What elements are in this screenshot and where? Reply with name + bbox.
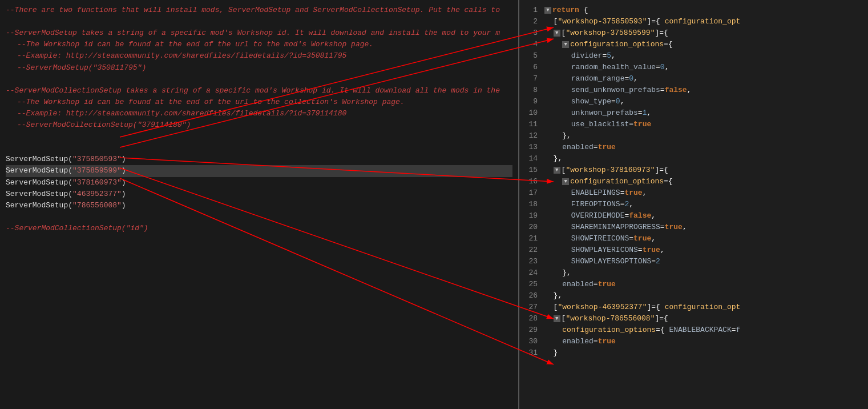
line-num-11: 11 bbox=[519, 119, 542, 130]
line-num-4: 4 bbox=[519, 39, 542, 50]
line-num-1: 1 bbox=[519, 5, 542, 16]
code-line-21: SHOWFIREICONS=true, bbox=[544, 233, 866, 244]
code-line-8: send_unknwon_prefabs=false, bbox=[544, 85, 866, 96]
code-line-26: }, bbox=[544, 290, 866, 302]
line-num-8: 8 bbox=[519, 85, 542, 96]
blank-4 bbox=[6, 142, 512, 154]
code-line-31: } bbox=[544, 347, 866, 359]
right-panel: 1 2 3 4 5 6 7 8 9 10 11 12 13 14 15 16 1… bbox=[518, 0, 868, 409]
comment-9: --ServerModCollectionSetup("379114180") bbox=[6, 119, 512, 131]
collapse-3[interactable]: ▼ bbox=[554, 30, 560, 37]
line-num-6: 6 bbox=[519, 62, 542, 73]
comment-collection: --ServerModCollectionSetup("id") bbox=[6, 223, 512, 234]
code-line-30: enabled=true bbox=[544, 336, 866, 347]
code-line-20: SHAREMINIMAPPROGRESS=true, bbox=[544, 222, 866, 233]
code-line-14: }, bbox=[544, 153, 866, 165]
code-line-6: random_health_value=0, bbox=[544, 62, 866, 73]
line-num-28: 28 bbox=[519, 313, 542, 324]
line-num-21: 21 bbox=[519, 233, 542, 244]
line-num-9: 9 bbox=[519, 96, 542, 107]
code-line-3: ▼["workshop-375859599"]={ bbox=[544, 27, 866, 39]
line-num-13: 13 bbox=[519, 142, 542, 153]
comment-3: --The Workshop id can be found at the en… bbox=[6, 39, 512, 50]
comment-6: --ServerModCollectionSetup takes a strin… bbox=[6, 85, 512, 97]
collapse-1[interactable]: ▼ bbox=[544, 7, 551, 14]
code-servermodsetup-1: ServerModSetup("375850593") bbox=[6, 154, 512, 165]
code-servermodsetup-3: ServerModSetup("378160973") bbox=[6, 177, 512, 189]
line-num-5: 5 bbox=[519, 50, 542, 62]
main-container: --There are two functions that will inst… bbox=[0, 0, 868, 409]
code-line-15: ▼["workshop-378160973"]={ bbox=[544, 165, 866, 176]
code-content: ▼return { ["workshop-375850593"]={ confi… bbox=[542, 0, 868, 409]
left-panel: --There are two functions that will inst… bbox=[0, 0, 518, 409]
line-num-18: 18 bbox=[519, 199, 542, 210]
collapse-4[interactable]: ▼ bbox=[562, 41, 569, 48]
code-line-5: divider=5, bbox=[544, 50, 866, 62]
comment-7: --The Workshop id can be found at the en… bbox=[6, 97, 512, 108]
blank-5 bbox=[6, 211, 512, 223]
code-line-22: SHOWPLAYERICONS=true, bbox=[544, 244, 866, 256]
blank-1 bbox=[6, 16, 512, 27]
code-line-4: ▼configuration_options={ bbox=[544, 39, 866, 50]
code-line-28: ▼["workshop-786556008"]={ bbox=[544, 313, 866, 324]
code-servermodsetup-2: ServerModSetup("375859599") bbox=[6, 165, 512, 177]
comment-4: --Example: http://steamcommunity.com/sha… bbox=[6, 50, 512, 62]
line-num-7: 7 bbox=[519, 73, 542, 85]
code-line-19: OVERRIDEMODE=false, bbox=[544, 210, 866, 222]
line-num-3: 3 bbox=[519, 27, 542, 39]
left-content: --There are two functions that will inst… bbox=[0, 0, 518, 239]
code-line-11: use_blacklist=true bbox=[544, 119, 866, 130]
code-line-25: enabled=true bbox=[544, 279, 866, 290]
line-num-12: 12 bbox=[519, 130, 542, 142]
line-num-15: 15 bbox=[519, 165, 542, 176]
code-line-13: enabled=true bbox=[544, 142, 866, 153]
code-line-27: ["workshop-463952377"]={ configuration_o… bbox=[544, 302, 866, 313]
comment-1: --There are two functions that will inst… bbox=[6, 5, 512, 16]
line-num-19: 19 bbox=[519, 210, 542, 222]
collapse-16[interactable]: ▼ bbox=[562, 178, 569, 185]
code-servermodsetup-4: ServerModSetup("463952377") bbox=[6, 189, 512, 200]
line-num-30: 30 bbox=[519, 336, 542, 347]
line-num-14: 14 bbox=[519, 153, 542, 165]
line-num-25: 25 bbox=[519, 279, 542, 290]
line-num-29: 29 bbox=[519, 324, 542, 336]
line-num-27: 27 bbox=[519, 302, 542, 313]
code-line-24: }, bbox=[544, 267, 866, 279]
line-num-23: 23 bbox=[519, 256, 542, 267]
code-line-9: show_type=0, bbox=[544, 96, 866, 107]
line-num-20: 20 bbox=[519, 222, 542, 233]
code-line-2: ["workshop-375850593"]={ configuration_o… bbox=[544, 16, 866, 27]
code-line-23: SHOWPLAYERSOPTIONS=2 bbox=[544, 256, 866, 267]
code-line-17: ENABLEPINGS=true, bbox=[544, 187, 866, 199]
collapse-15[interactable]: ▼ bbox=[554, 167, 560, 174]
collapse-28[interactable]: ▼ bbox=[554, 315, 560, 322]
code-line-7: random_range=0, bbox=[544, 73, 866, 85]
line-numbers: 1 2 3 4 5 6 7 8 9 10 11 12 13 14 15 16 1… bbox=[519, 0, 542, 409]
code-servermodsetup-5: ServerModSetup("786556008") bbox=[6, 200, 512, 211]
line-num-2: 2 bbox=[519, 16, 542, 27]
line-num-24: 24 bbox=[519, 267, 542, 279]
line-num-17: 17 bbox=[519, 187, 542, 199]
blank-2 bbox=[6, 74, 512, 85]
line-num-10: 10 bbox=[519, 107, 542, 119]
comment-5: --ServerModSetup("350811795") bbox=[6, 62, 512, 74]
code-line-1: ▼return { bbox=[544, 5, 866, 16]
comment-8: --Example: http://steamcommunity.com/sha… bbox=[6, 108, 512, 119]
code-line-10: unknwon_prefabs=1, bbox=[544, 107, 866, 119]
code-line-16: ▼configuration_options={ bbox=[544, 176, 866, 187]
line-num-22: 22 bbox=[519, 244, 542, 256]
line-num-16: 16 bbox=[519, 176, 542, 187]
code-line-18: FIREOPTIONS=2, bbox=[544, 199, 866, 210]
line-num-31: 31 bbox=[519, 347, 542, 359]
code-line-29: configuration_options={ ENABLEBACKPACK=f bbox=[544, 324, 866, 336]
blank-3 bbox=[6, 131, 512, 142]
line-num-26: 26 bbox=[519, 290, 542, 302]
comment-2: --ServerModSetup takes a string of a spe… bbox=[6, 27, 512, 39]
code-line-12: }, bbox=[544, 130, 866, 142]
